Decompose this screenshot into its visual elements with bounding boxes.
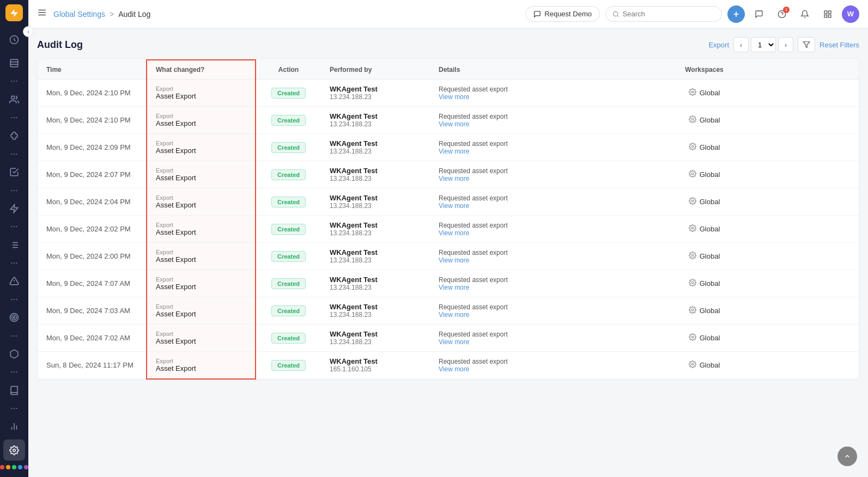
workspace-name: Global (700, 116, 720, 124)
topbar: Global Settings > Audit Log Request Demo… (28, 0, 868, 28)
sidebar-dots-1[interactable]: ··· (3, 76, 25, 87)
search-box[interactable] (605, 6, 722, 22)
time-cell: Mon, 9 Dec, 2024 2:04 PM (38, 188, 147, 216)
view-more-link[interactable]: View more (439, 93, 541, 101)
color-dot-red (0, 465, 4, 469)
app-logo[interactable] (5, 4, 23, 21)
workspace-gear-icon (689, 197, 696, 206)
sidebar-item-bugs[interactable] (3, 125, 25, 146)
sidebar-item-targets[interactable] (3, 307, 25, 328)
sidebar-dots-5[interactable]: ··· (3, 222, 25, 233)
view-more-link[interactable]: View more (439, 284, 541, 291)
sidebar-item-alerts[interactable] (3, 198, 25, 219)
reset-filters-button[interactable]: Reset Filters (820, 41, 859, 49)
sidebar-item-records[interactable] (3, 52, 25, 74)
view-more-link[interactable]: View more (439, 338, 541, 346)
view-more-link[interactable]: View more (439, 120, 541, 128)
sidebar-dots-10[interactable]: ··· (3, 403, 25, 414)
table-row: Mon, 9 Dec, 2024 2:07 PM Export Asset Ex… (38, 161, 859, 188)
table-row: Mon, 9 Dec, 2024 2:04 PM Export Asset Ex… (38, 188, 859, 216)
performer-name: WKAgent Test (330, 248, 421, 256)
help-button[interactable]: 1 (773, 5, 791, 23)
details-text: Requested asset export (439, 140, 541, 148)
sidebar-toggle[interactable]: › (23, 26, 34, 37)
what-changed-cell: Export Asset Export (147, 134, 256, 161)
sidebar-item-warnings[interactable] (3, 271, 25, 292)
filter-button[interactable] (798, 37, 815, 52)
messages-button[interactable] (750, 5, 768, 23)
scroll-top-button[interactable] (837, 447, 857, 466)
prev-page-button[interactable]: ‹ (733, 37, 749, 52)
workspace-name: Global (700, 307, 720, 315)
performed-by-cell: WKAgent Test 13.234.188.23 (321, 134, 430, 161)
apps-button[interactable] (819, 5, 836, 23)
change-type: Export (156, 194, 246, 201)
details-text: Requested asset export (439, 249, 541, 256)
view-more-link[interactable]: View more (439, 148, 541, 155)
color-dot-purple (24, 465, 28, 469)
workspace-gear-icon (689, 252, 696, 261)
details-text: Requested asset export (439, 303, 541, 311)
details-cell: Requested asset export View more (430, 325, 550, 352)
sidebar-dots-9[interactable]: ··· (3, 367, 25, 378)
breadcrumb-parent[interactable]: Global Settings (53, 10, 105, 19)
sidebar-item-packages[interactable] (3, 343, 25, 364)
page-select[interactable]: 1 2 3 (751, 37, 776, 52)
change-type: Export (156, 222, 246, 228)
sidebar-dots-6[interactable]: ··· (3, 258, 25, 268)
search-icon (612, 10, 620, 18)
sidebar-item-settings[interactable] (3, 439, 25, 461)
action-badge: Created (271, 278, 306, 289)
svg-rect-1 (10, 59, 18, 67)
sidebar-dots-3[interactable]: ··· (3, 149, 25, 160)
color-dot-green (12, 465, 16, 469)
performed-by-cell: WKAgent Test 13.234.188.23 (321, 161, 430, 188)
search-input[interactable] (623, 10, 715, 18)
notifications-button[interactable] (796, 5, 814, 23)
view-more-link[interactable]: View more (439, 365, 541, 373)
action-badge: Created (271, 333, 306, 344)
performer-ip: 13.234.188.23 (330, 284, 421, 291)
sidebar-dots-4[interactable]: ··· (3, 185, 25, 196)
request-demo-button[interactable]: Request Demo (525, 6, 600, 22)
what-changed-cell: Export Asset Export (147, 188, 256, 216)
col-header-time: Time (38, 60, 147, 80)
view-more-link[interactable]: View more (439, 256, 541, 264)
breadcrumb: Global Settings > Audit Log (53, 10, 150, 19)
workspace-gear-icon (689, 170, 696, 179)
what-changed-cell: Export Asset Export (147, 352, 256, 379)
change-type: Export (156, 303, 246, 310)
view-more-link[interactable]: View more (439, 229, 541, 237)
workspace-cell: Global (550, 107, 859, 134)
sidebar-item-dashboard[interactable] (3, 29, 25, 50)
add-button[interactable] (727, 5, 745, 23)
sidebar: › ··· ··· ··· ··· ··· ··· ··· ··· ··· ··… (0, 0, 28, 477)
workspace-cell: Global (550, 188, 859, 216)
sidebar-item-tasks[interactable] (3, 162, 25, 183)
color-dot-orange (6, 465, 10, 469)
sidebar-dots-2[interactable]: ··· (3, 112, 25, 123)
performed-by-cell: WKAgent Test 13.234.188.23 (321, 270, 430, 297)
what-changed-cell: Export Asset Export (147, 325, 256, 352)
avatar[interactable]: W (842, 5, 859, 23)
sidebar-item-reports[interactable] (3, 416, 25, 437)
time-cell: Mon, 9 Dec, 2024 2:07 PM (38, 161, 147, 188)
main-area: Global Settings > Audit Log Request Demo… (28, 0, 868, 477)
sidebar-dots-8[interactable]: ··· (3, 331, 25, 341)
sidebar-item-users[interactable] (3, 89, 25, 110)
performed-by-cell: WKAgent Test 13.234.188.23 (321, 325, 430, 352)
next-page-button[interactable]: › (778, 37, 793, 52)
performer-name: WKAgent Test (330, 194, 421, 202)
change-name: Asset Export (156, 146, 246, 155)
export-button[interactable]: Export (708, 41, 729, 49)
audit-header: Audit Log Export ‹ 1 2 3 › Reset Filters (37, 37, 859, 52)
view-more-link[interactable]: View more (439, 202, 541, 210)
sidebar-item-list[interactable] (3, 234, 25, 255)
sidebar-dots-7[interactable]: ··· (3, 294, 25, 305)
view-more-link[interactable]: View more (439, 175, 541, 182)
view-more-link[interactable]: View more (439, 311, 541, 319)
workspace-cell: Global (550, 80, 859, 107)
action-badge: Created (271, 360, 306, 371)
sidebar-item-docs[interactable] (3, 380, 25, 401)
hamburger-icon[interactable] (37, 8, 47, 20)
